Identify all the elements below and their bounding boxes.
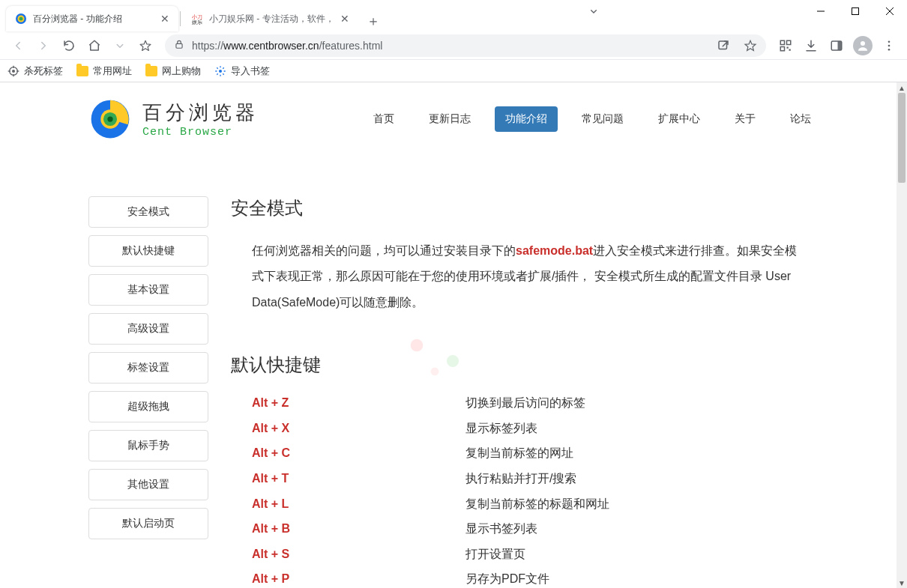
page-body: 安全模式 默认快捷键 基本设置 高级设置 标签设置 超级拖拽 鼠标手势 其他设置… [0, 156, 897, 588]
url-scheme: https:// [192, 40, 223, 52]
logo-text: 百分浏览器 Cent Browser [142, 100, 259, 139]
vertical-scrollbar[interactable]: ▲ ▼ [897, 82, 907, 588]
url-host: www.centbrowser.cn [223, 40, 319, 52]
shortcut-desc: 显示书签列表 [465, 516, 537, 542]
table-row: Alt + X显示标签列表 [252, 416, 801, 441]
scroll-track[interactable] [898, 93, 906, 578]
shortcut-desc: 显示标签列表 [465, 416, 537, 441]
sidebar-item-shortcuts[interactable]: 默认快捷键 [88, 235, 208, 267]
site-nav: 首页 更新日志 功能介绍 常见问题 扩展中心 关于 论坛 [363, 106, 822, 132]
site-logo[interactable]: 百分浏览器 Cent Browser [88, 97, 259, 141]
bookmark-folder-common[interactable]: 常用网址 [76, 64, 132, 78]
svg-rect-13 [787, 40, 791, 44]
sidepanel-icon[interactable] [825, 34, 849, 58]
tab-search-chevron-icon[interactable] [581, 0, 606, 22]
close-window-button[interactable] [873, 0, 907, 22]
omnibox-actions [717, 39, 757, 52]
nav-extensions[interactable]: 扩展中心 [648, 106, 711, 132]
shortcut-key: Alt + X [252, 416, 465, 441]
address-bar[interactable]: https://www.centbrowser.cn/features.html [165, 34, 766, 57]
lock-icon [174, 39, 184, 52]
gear-icon [214, 65, 226, 77]
sidebar-item-startup[interactable]: 默认启动页 [88, 508, 208, 539]
nav-home[interactable]: 首页 [363, 106, 405, 132]
bookmarks-bar: 杀死标签 常用网址 网上购物 导入书签 [0, 60, 907, 82]
target-icon [7, 65, 19, 77]
svg-point-33 [107, 116, 112, 121]
nav-about[interactable]: 关于 [724, 106, 766, 132]
qr-icon[interactable] [774, 34, 798, 58]
kebab-menu-icon[interactable] [877, 34, 901, 58]
svg-point-24 [12, 70, 15, 73]
svg-point-2 [19, 17, 23, 21]
svg-rect-14 [780, 46, 784, 50]
maximize-button[interactable] [838, 0, 873, 22]
scroll-up-icon[interactable]: ▲ [897, 82, 907, 93]
folder-icon [76, 66, 88, 76]
new-tab-button[interactable]: ＋ [363, 10, 384, 31]
cent-logo-icon [88, 97, 132, 141]
sidebar-item-tabs[interactable]: 标签设置 [88, 352, 208, 384]
browser-toolbar: https://www.centbrowser.cn/features.html [0, 31, 907, 60]
shortcut-key: Alt + C [252, 440, 465, 466]
url-path: /features.html [319, 40, 383, 52]
tab-separator [180, 11, 181, 26]
logo-text-cn: 百分浏览器 [142, 100, 259, 126]
svg-text:娱乐: 娱乐 [192, 19, 202, 25]
shortcut-key: Alt + P [252, 566, 465, 588]
bookmark-label: 网上购物 [162, 64, 201, 78]
svg-text:小刀: 小刀 [192, 14, 202, 19]
reload-button[interactable] [57, 34, 81, 58]
profile-avatar[interactable] [853, 36, 873, 55]
scroll-down-icon[interactable]: ▼ [897, 578, 907, 588]
sidebar-item-safemode[interactable]: 安全模式 [88, 196, 208, 228]
close-icon[interactable]: ✕ [339, 13, 351, 25]
svg-point-20 [888, 40, 891, 43]
bookmark-folder-shopping[interactable]: 网上购物 [145, 64, 201, 78]
favicon-xd: 小刀娱乐 [191, 13, 203, 25]
sidebar-item-drag[interactable]: 超级拖拽 [88, 391, 208, 422]
shortcut-desc: 另存为PDF文件 [465, 566, 549, 588]
nav-changelog[interactable]: 更新日志 [418, 106, 481, 132]
share-icon[interactable] [717, 39, 730, 52]
table-row: Alt + Z切换到最后访问的标签 [252, 390, 801, 416]
minimize-button[interactable] [804, 0, 838, 22]
back-button[interactable] [6, 34, 30, 58]
shortcut-key: Alt + B [252, 516, 465, 542]
downloads-icon[interactable] [799, 34, 823, 58]
browser-tab-0[interactable]: 百分浏览器 - 功能介绍 ✕ [6, 6, 178, 31]
shortcut-key: Alt + Z [252, 390, 465, 416]
shortcut-key: Alt + S [252, 542, 465, 567]
scroll-thumb[interactable] [898, 93, 906, 183]
browser-tabs: 百分浏览器 - 功能介绍 ✕ 小刀娱乐 小刀娱乐网 - 专注活动，软件， ✕ ＋ [0, 0, 384, 31]
sidebar-item-other[interactable]: 其他设置 [88, 469, 208, 500]
svg-rect-16 [789, 49, 791, 50]
recent-dropdown-icon[interactable] [108, 34, 132, 58]
sidebar-item-gesture[interactable]: 鼠标手势 [88, 430, 208, 461]
shortcut-desc: 复制当前标签的标题和网址 [465, 491, 609, 517]
url-text: https://www.centbrowser.cn/features.html [192, 40, 382, 52]
svg-point-21 [888, 44, 891, 46]
close-icon[interactable]: ✕ [159, 13, 171, 25]
nav-faq[interactable]: 常见问题 [571, 106, 634, 132]
bookmark-kill-tab[interactable]: 杀死标签 [7, 64, 63, 78]
shortcut-key: Alt + T [252, 466, 465, 491]
section-title-shortcuts: 默认快捷键 [231, 353, 801, 377]
feature-content: 安全模式 任何浏览器相关的问题，均可以通过安装目录下的safemode.bat进… [231, 196, 801, 588]
bookmark-star-button[interactable] [133, 34, 157, 58]
sidebar-item-basic[interactable]: 基本设置 [88, 274, 208, 306]
feature-sidebar: 安全模式 默认快捷键 基本设置 高级设置 标签设置 超级拖拽 鼠标手势 其他设置… [88, 196, 208, 588]
table-row: Alt + S打开设置页 [252, 542, 801, 567]
svg-rect-10 [176, 43, 182, 48]
nav-features[interactable]: 功能介绍 [495, 106, 558, 132]
bookmark-import[interactable]: 导入书签 [214, 64, 270, 78]
bookmark-outline-icon[interactable] [744, 39, 757, 52]
nav-forum[interactable]: 论坛 [780, 106, 822, 132]
home-button[interactable] [82, 34, 106, 58]
forward-button[interactable] [31, 34, 55, 58]
svg-rect-7 [852, 8, 858, 15]
sidebar-item-advanced[interactable]: 高级设置 [88, 313, 208, 345]
tab-title: 小刀娱乐网 - 专注活动，软件， [209, 13, 334, 25]
highlight-filename: safemode.bat [516, 244, 593, 257]
browser-tab-1[interactable]: 小刀娱乐 小刀娱乐网 - 专注活动，软件， ✕ [182, 6, 358, 31]
